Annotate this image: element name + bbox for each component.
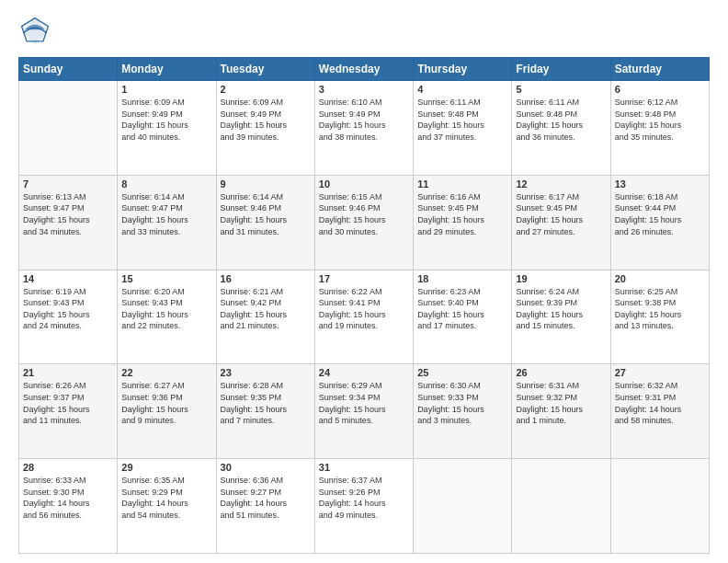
calendar-day-header: Saturday bbox=[610, 58, 709, 81]
day-number: 19 bbox=[516, 273, 606, 284]
calendar-cell: 12Sunrise: 6:17 AMSunset: 9:45 PMDayligh… bbox=[512, 175, 610, 270]
calendar-cell: 2Sunrise: 6:09 AMSunset: 9:49 PMDaylight… bbox=[216, 81, 314, 176]
day-info: Sunrise: 6:18 AMSunset: 9:44 PMDaylight:… bbox=[615, 191, 705, 237]
calendar-day-header: Thursday bbox=[414, 58, 512, 81]
day-info: Sunrise: 6:22 AMSunset: 9:41 PMDaylight:… bbox=[319, 286, 409, 332]
day-info: Sunrise: 6:37 AMSunset: 9:26 PMDaylight:… bbox=[319, 475, 409, 521]
day-number: 20 bbox=[615, 273, 705, 284]
calendar-cell: 13Sunrise: 6:18 AMSunset: 9:44 PMDayligh… bbox=[610, 175, 709, 270]
day-number: 17 bbox=[319, 273, 409, 284]
calendar-cell: 11Sunrise: 6:16 AMSunset: 9:45 PMDayligh… bbox=[414, 175, 512, 270]
day-info: Sunrise: 6:11 AMSunset: 9:48 PMDaylight:… bbox=[516, 97, 606, 143]
calendar-cell: 1Sunrise: 6:09 AMSunset: 9:49 PMDaylight… bbox=[118, 81, 216, 176]
calendar-cell: 27Sunrise: 6:32 AMSunset: 9:31 PMDayligh… bbox=[610, 364, 709, 459]
calendar-week-row: 14Sunrise: 6:19 AMSunset: 9:43 PMDayligh… bbox=[19, 270, 710, 364]
calendar-cell: 16Sunrise: 6:21 AMSunset: 9:42 PMDayligh… bbox=[216, 270, 314, 364]
day-info: Sunrise: 6:28 AMSunset: 9:35 PMDaylight:… bbox=[221, 380, 311, 426]
day-info: Sunrise: 6:19 AMSunset: 9:43 PMDaylight:… bbox=[23, 286, 113, 332]
calendar-cell: 21Sunrise: 6:26 AMSunset: 9:37 PMDayligh… bbox=[19, 364, 118, 459]
calendar-day-header: Tuesday bbox=[216, 58, 314, 81]
day-info: Sunrise: 6:09 AMSunset: 9:49 PMDaylight:… bbox=[221, 97, 311, 143]
day-number: 11 bbox=[417, 178, 507, 190]
calendar-cell: 15Sunrise: 6:20 AMSunset: 9:43 PMDayligh… bbox=[118, 270, 216, 364]
calendar-week-row: 28Sunrise: 6:33 AMSunset: 9:30 PMDayligh… bbox=[19, 459, 710, 554]
day-info: Sunrise: 6:16 AMSunset: 9:45 PMDaylight:… bbox=[417, 191, 507, 237]
day-number: 15 bbox=[121, 273, 211, 284]
calendar-cell: 26Sunrise: 6:31 AMSunset: 9:32 PMDayligh… bbox=[512, 364, 610, 459]
calendar-cell: 3Sunrise: 6:10 AMSunset: 9:49 PMDaylight… bbox=[314, 81, 413, 176]
day-number: 21 bbox=[23, 367, 113, 378]
calendar-week-row: 1Sunrise: 6:09 AMSunset: 9:49 PMDaylight… bbox=[19, 81, 710, 176]
calendar-cell: 28Sunrise: 6:33 AMSunset: 9:30 PMDayligh… bbox=[19, 459, 118, 554]
day-number: 16 bbox=[221, 273, 311, 284]
calendar-day-header: Monday bbox=[118, 58, 216, 81]
day-number: 24 bbox=[319, 367, 409, 378]
calendar-cell: 18Sunrise: 6:23 AMSunset: 9:40 PMDayligh… bbox=[414, 270, 512, 364]
day-info: Sunrise: 6:30 AMSunset: 9:33 PMDaylight:… bbox=[417, 380, 507, 426]
day-number: 23 bbox=[221, 367, 311, 378]
day-info: Sunrise: 6:24 AMSunset: 9:39 PMDaylight:… bbox=[516, 286, 606, 332]
day-info: Sunrise: 6:13 AMSunset: 9:47 PMDaylight:… bbox=[23, 191, 113, 237]
day-info: Sunrise: 6:32 AMSunset: 9:31 PMDaylight:… bbox=[615, 380, 705, 426]
day-info: Sunrise: 6:33 AMSunset: 9:30 PMDaylight:… bbox=[23, 475, 113, 521]
calendar-cell: 14Sunrise: 6:19 AMSunset: 9:43 PMDayligh… bbox=[19, 270, 118, 364]
calendar-day-header: Sunday bbox=[19, 58, 118, 81]
day-number: 31 bbox=[319, 462, 409, 473]
day-number: 6 bbox=[615, 84, 705, 95]
header bbox=[18, 15, 710, 48]
calendar-day-header: Friday bbox=[512, 58, 610, 81]
calendar-cell: 10Sunrise: 6:15 AMSunset: 9:46 PMDayligh… bbox=[314, 175, 413, 270]
day-number: 10 bbox=[319, 178, 409, 190]
day-info: Sunrise: 6:11 AMSunset: 9:48 PMDaylight:… bbox=[417, 97, 507, 143]
day-number: 8 bbox=[121, 178, 211, 190]
calendar-cell: 6Sunrise: 6:12 AMSunset: 9:48 PMDaylight… bbox=[610, 81, 709, 176]
day-number: 4 bbox=[417, 84, 507, 95]
day-info: Sunrise: 6:23 AMSunset: 9:40 PMDaylight:… bbox=[417, 286, 507, 332]
day-info: Sunrise: 6:17 AMSunset: 9:45 PMDaylight:… bbox=[516, 191, 606, 237]
calendar-cell bbox=[19, 81, 118, 176]
calendar-cell: 4Sunrise: 6:11 AMSunset: 9:48 PMDaylight… bbox=[414, 81, 512, 176]
day-info: Sunrise: 6:20 AMSunset: 9:43 PMDaylight:… bbox=[121, 286, 211, 332]
logo-icon bbox=[18, 15, 51, 48]
calendar-day-header: Wednesday bbox=[314, 58, 413, 81]
day-info: Sunrise: 6:25 AMSunset: 9:38 PMDaylight:… bbox=[615, 286, 705, 332]
day-number: 5 bbox=[516, 84, 606, 95]
calendar-cell: 25Sunrise: 6:30 AMSunset: 9:33 PMDayligh… bbox=[414, 364, 512, 459]
day-info: Sunrise: 6:26 AMSunset: 9:37 PMDaylight:… bbox=[23, 380, 113, 426]
calendar-cell: 29Sunrise: 6:35 AMSunset: 9:29 PMDayligh… bbox=[118, 459, 216, 554]
day-number: 9 bbox=[221, 178, 311, 190]
day-number: 13 bbox=[615, 178, 705, 190]
calendar-cell bbox=[512, 459, 610, 554]
calendar-week-row: 21Sunrise: 6:26 AMSunset: 9:37 PMDayligh… bbox=[19, 364, 710, 459]
calendar-week-row: 7Sunrise: 6:13 AMSunset: 9:47 PMDaylight… bbox=[19, 175, 710, 270]
day-number: 1 bbox=[121, 84, 211, 95]
day-number: 28 bbox=[23, 462, 113, 473]
calendar-cell: 8Sunrise: 6:14 AMSunset: 9:47 PMDaylight… bbox=[118, 175, 216, 270]
day-number: 3 bbox=[319, 84, 409, 95]
calendar-cell: 22Sunrise: 6:27 AMSunset: 9:36 PMDayligh… bbox=[118, 364, 216, 459]
day-number: 29 bbox=[121, 462, 211, 473]
calendar-cell: 30Sunrise: 6:36 AMSunset: 9:27 PMDayligh… bbox=[216, 459, 314, 554]
day-info: Sunrise: 6:29 AMSunset: 9:34 PMDaylight:… bbox=[319, 380, 409, 426]
day-info: Sunrise: 6:27 AMSunset: 9:36 PMDaylight:… bbox=[121, 380, 211, 426]
calendar-cell: 31Sunrise: 6:37 AMSunset: 9:26 PMDayligh… bbox=[314, 459, 413, 554]
calendar-cell: 17Sunrise: 6:22 AMSunset: 9:41 PMDayligh… bbox=[314, 270, 413, 364]
calendar-cell: 5Sunrise: 6:11 AMSunset: 9:48 PMDaylight… bbox=[512, 81, 610, 176]
calendar-cell: 20Sunrise: 6:25 AMSunset: 9:38 PMDayligh… bbox=[610, 270, 709, 364]
day-info: Sunrise: 6:35 AMSunset: 9:29 PMDaylight:… bbox=[121, 475, 211, 521]
logo bbox=[18, 15, 55, 48]
day-info: Sunrise: 6:14 AMSunset: 9:46 PMDaylight:… bbox=[221, 191, 311, 237]
calendar-header-row: SundayMondayTuesdayWednesdayThursdayFrid… bbox=[19, 58, 710, 81]
day-info: Sunrise: 6:14 AMSunset: 9:47 PMDaylight:… bbox=[121, 191, 211, 237]
day-info: Sunrise: 6:15 AMSunset: 9:46 PMDaylight:… bbox=[319, 191, 409, 237]
day-number: 22 bbox=[121, 367, 211, 378]
day-number: 30 bbox=[221, 462, 311, 473]
calendar-cell bbox=[610, 459, 709, 554]
calendar-table: SundayMondayTuesdayWednesdayThursdayFrid… bbox=[18, 57, 710, 554]
day-info: Sunrise: 6:09 AMSunset: 9:49 PMDaylight:… bbox=[121, 97, 211, 143]
calendar-cell bbox=[414, 459, 512, 554]
day-number: 18 bbox=[417, 273, 507, 284]
day-number: 26 bbox=[516, 367, 606, 378]
day-info: Sunrise: 6:10 AMSunset: 9:49 PMDaylight:… bbox=[319, 97, 409, 143]
day-info: Sunrise: 6:21 AMSunset: 9:42 PMDaylight:… bbox=[221, 286, 311, 332]
